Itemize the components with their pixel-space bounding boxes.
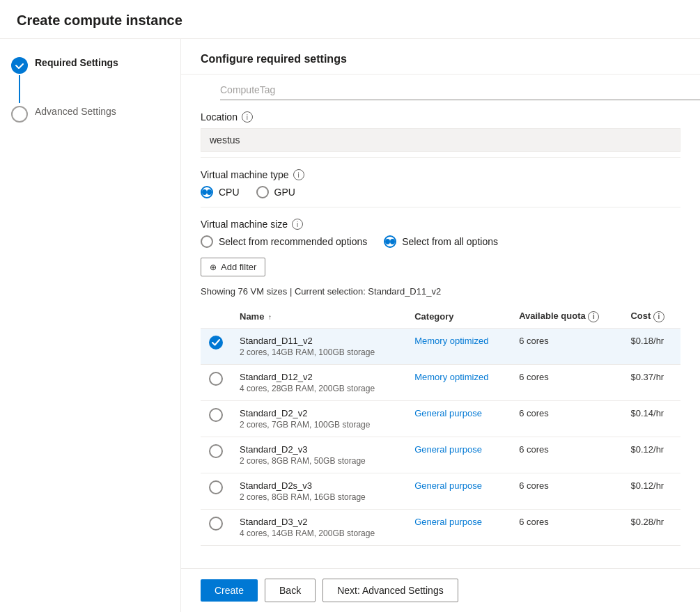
vm-name-cell: Standard_D3_v24 cores, 14GB RAM, 200GB s… [231,509,406,545]
table-row[interactable]: Standard_D11_v22 cores, 14GB RAM, 100GB … [201,328,680,364]
row-radio-cell[interactable] [201,509,231,545]
cpu-option[interactable]: CPU [201,186,240,198]
table-row[interactable]: Standard_D2s_v32 cores, 8GB RAM, 16GB st… [201,473,680,509]
add-filter-button[interactable]: ⊕ Add filter [201,258,265,276]
category-link[interactable]: Memory optimized [414,372,488,382]
gpu-label: GPU [274,187,295,198]
cost-value: $0.14/hr [630,408,664,418]
create-button[interactable]: Create [201,579,258,602]
row-radio-cell[interactable] [201,437,231,473]
vm-cost-cell: $0.12/hr [622,473,680,509]
compute-tag-input[interactable] [220,80,700,100]
next-advanced-settings-button[interactable]: Next: Advanced Settings [322,579,458,602]
row-radio[interactable] [209,372,223,386]
step-advanced-settings[interactable]: Advanced Settings [11,104,169,123]
cost-info-icon[interactable]: i [653,311,664,322]
table-row[interactable]: Standard_D3_v24 cores, 14GB RAM, 200GB s… [201,509,680,545]
category-link[interactable]: General purpose [414,408,482,418]
col-name[interactable]: Name ↑ [231,305,406,328]
quota-value: 6 cores [519,517,549,527]
main-content: Configure required settings Location i w… [181,39,700,612]
row-radio[interactable] [209,408,223,422]
quota-info-icon[interactable]: i [588,311,599,322]
vm-quota-cell: 6 cores [511,473,622,509]
vm-category-cell[interactable]: General purpose [406,509,511,545]
filter-icon: ⊕ [210,262,217,272]
vm-size-label: Virtual machine size [201,219,288,230]
vm-category-cell[interactable]: General purpose [406,473,511,509]
col-category[interactable]: Category [406,305,511,328]
location-info-icon[interactable]: i [242,111,253,123]
quota-value: 6 cores [519,372,549,382]
advanced-settings-label: Advanced Settings [35,104,116,117]
category-link[interactable]: General purpose [414,480,482,491]
vm-category-cell[interactable]: General purpose [406,400,511,437]
step-icon-pending [11,106,28,123]
all-options-radio[interactable] [384,235,396,248]
vm-category-cell[interactable]: Memory optimized [406,328,511,364]
col-quota[interactable]: Available quota i [511,305,622,328]
row-radio[interactable] [209,517,223,531]
vm-name-cell: Standard_D11_v22 cores, 14GB RAM, 100GB … [231,328,406,364]
vm-name: Standard_D3_v2 [240,517,398,527]
row-radio-cell[interactable] [201,473,231,509]
vm-category-cell[interactable]: Memory optimized [406,364,511,400]
all-options-option[interactable]: Select from all options [384,235,498,248]
vm-quota-cell: 6 cores [511,400,622,437]
row-radio[interactable] [209,336,223,350]
vm-type-label: Virtual machine type [201,169,289,180]
row-radio-cell[interactable] [201,328,231,364]
vm-type-field: Virtual machine type i CPU GPU [181,158,700,207]
table-row[interactable]: Standard_D2_v22 cores, 7GB RAM, 100GB st… [201,400,680,437]
vm-cost-cell: $0.14/hr [622,400,680,437]
vm-table: Name ↑ Category Available quota i Cost i [201,305,680,546]
back-button[interactable]: Back [265,579,316,602]
vm-type-info-icon[interactable]: i [293,169,304,180]
table-row[interactable]: Standard_D12_v24 cores, 28GB RAM, 200GB … [201,364,680,400]
sidebar: Required Settings Advanced Settings [0,39,181,612]
gpu-option[interactable]: GPU [256,186,295,198]
recommended-radio[interactable] [201,235,213,248]
vm-name-cell: Standard_D12_v24 cores, 28GB RAM, 200GB … [231,364,406,400]
category-link[interactable]: Memory optimized [414,336,488,346]
cost-value: $0.18/hr [630,336,664,346]
cost-value: $0.37/hr [630,372,664,382]
showing-text: Showing 76 VM sizes | Current selection:… [201,286,680,297]
vm-name-cell: Standard_D2_v32 cores, 8GB RAM, 50GB sto… [231,437,406,473]
step-required-settings[interactable]: Required Settings [11,56,169,74]
vm-name-cell: Standard_D2s_v32 cores, 8GB RAM, 16GB st… [231,473,406,509]
vm-quota-cell: 6 cores [511,509,622,545]
col-cost[interactable]: Cost i [622,305,680,328]
row-radio-cell[interactable] [201,400,231,437]
row-radio[interactable] [209,480,223,494]
section-header: Configure required settings [181,39,700,74]
row-radio-cell[interactable] [201,364,231,400]
vm-quota-cell: 6 cores [511,328,622,364]
vm-size-field: Virtual machine size i Select from recom… [181,207,700,557]
table-row[interactable]: Standard_D2_v32 cores, 8GB RAM, 50GB sto… [201,437,680,473]
vm-specs: 4 cores, 14GB RAM, 200GB storage [240,528,398,538]
quota-value: 6 cores [519,336,549,346]
col-select [201,305,231,328]
footer: Create Back Next: Advanced Settings [181,568,700,612]
gpu-radio[interactable] [256,186,269,198]
recommended-label: Select from recommended options [219,236,367,247]
location-field: Location i westus [181,100,700,157]
vm-specs: 2 cores, 8GB RAM, 50GB storage [240,456,398,466]
vm-cost-cell: $0.12/hr [622,437,680,473]
recommended-option[interactable]: Select from recommended options [201,235,367,248]
row-radio[interactable] [209,444,223,458]
vm-specs: 2 cores, 14GB RAM, 100GB storage [240,347,398,357]
location-value: westus [201,128,680,152]
cpu-label: CPU [219,187,240,198]
vm-category-cell[interactable]: General purpose [406,437,511,473]
cpu-radio[interactable] [201,186,213,198]
vm-cost-cell: $0.28/hr [622,509,680,545]
vm-name: Standard_D2s_v3 [240,480,398,491]
category-link[interactable]: General purpose [414,444,482,455]
quota-value: 6 cores [519,444,549,455]
vm-name: Standard_D12_v2 [240,372,398,382]
vm-size-info-icon[interactable]: i [292,219,303,230]
category-link[interactable]: General purpose [414,517,482,527]
vm-name: Standard_D2_v2 [240,408,398,418]
